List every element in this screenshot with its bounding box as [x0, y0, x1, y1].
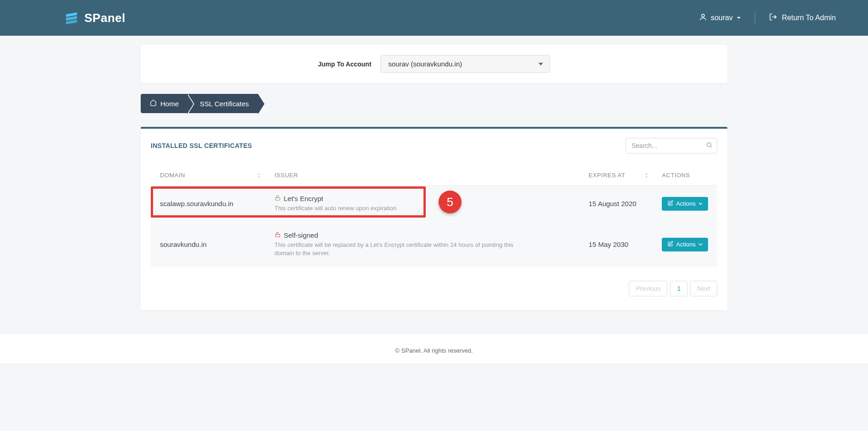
col-actions: ACTIONS	[653, 165, 717, 185]
actions-button[interactable]: Actions	[662, 197, 708, 211]
svg-point-0	[702, 14, 704, 17]
cell-actions: Actions	[653, 222, 717, 267]
header: SPanel sourav Return To Admin	[0, 0, 868, 36]
cell-domain: souravkundu.in	[151, 222, 265, 267]
jump-label: Jump To Account	[318, 60, 372, 68]
pagination: Previous 1 Next	[151, 281, 717, 296]
sort-icon: ▲▼	[258, 172, 261, 178]
cell-actions: Actions	[653, 185, 717, 222]
cell-domain: scalawp.souravkundu.in	[151, 185, 265, 222]
lock-icon	[275, 195, 281, 202]
actions-button[interactable]: Actions	[662, 238, 708, 251]
col-domain[interactable]: DOMAIN ▲▼	[151, 165, 265, 185]
logout-icon	[769, 13, 777, 23]
ssl-certificates-card: INSTALLED SSL CERTIFICATES DOMAIN ▲▼	[141, 127, 727, 310]
svg-rect-4	[275, 197, 280, 200]
cell-expires: 15 August 2020	[579, 185, 653, 222]
username-label: sourav	[711, 14, 733, 22]
footer: © SPanel. All rights reserved.	[0, 333, 868, 363]
brand-logo-icon	[64, 11, 79, 25]
brand[interactable]: SPanel	[64, 11, 126, 25]
svg-rect-5	[275, 235, 280, 237]
cell-issuer: Let's Encrypt This certificate will auto…	[265, 185, 579, 222]
header-right: sourav Return To Admin	[694, 10, 841, 26]
sort-icon: ▲▼	[645, 172, 648, 178]
breadcrumb-current-label: SSL Certificates	[200, 100, 249, 108]
prev-button[interactable]: Previous	[629, 281, 667, 296]
home-icon	[150, 99, 157, 108]
header-divider	[755, 11, 755, 24]
chevron-down-icon	[698, 241, 703, 248]
next-button[interactable]: Next	[690, 281, 717, 296]
account-select[interactable]: sourav (souravkundu.in)	[380, 55, 550, 73]
certificates-table: DOMAIN ▲▼ ISSUER EXPIRES AT ▲▼ ACTIONS	[151, 165, 717, 267]
breadcrumb: Home SSL Certificates	[141, 94, 727, 113]
return-to-admin-link[interactable]: Return To Admin	[764, 10, 841, 26]
breadcrumb-home-label: Home	[160, 100, 179, 108]
chevron-down-icon	[698, 200, 703, 207]
breadcrumb-current[interactable]: SSL Certificates	[187, 94, 258, 113]
brand-name: SPanel	[84, 11, 126, 25]
lock-open-icon	[275, 231, 281, 239]
cell-issuer: Self-signed This certificate will be rep…	[265, 222, 579, 267]
col-expires[interactable]: EXPIRES AT ▲▼	[579, 165, 653, 185]
user-menu[interactable]: sourav	[694, 10, 746, 26]
edit-icon	[667, 200, 673, 207]
breadcrumb-home[interactable]: Home	[141, 94, 187, 113]
jump-to-account-bar: Jump To Account sourav (souravkundu.in)	[141, 45, 727, 83]
table-wrap: DOMAIN ▲▼ ISSUER EXPIRES AT ▲▼ ACTIONS	[141, 165, 727, 267]
return-admin-label: Return To Admin	[782, 14, 836, 22]
page-1-button[interactable]: 1	[670, 281, 687, 296]
search-wrap	[626, 138, 717, 153]
cell-expires: 15 May 2030	[579, 222, 653, 267]
search-icon	[706, 142, 713, 150]
card-header: INSTALLED SSL CERTIFICATES	[141, 129, 727, 158]
chevron-down-icon	[736, 14, 741, 22]
annotation-step-badge: 5	[439, 191, 461, 213]
search-input[interactable]	[626, 138, 717, 153]
col-issuer[interactable]: ISSUER	[265, 165, 579, 185]
svg-line-3	[710, 146, 712, 147]
user-icon	[699, 13, 707, 23]
edit-icon	[667, 241, 673, 248]
table-row: souravkundu.in Self-signed This certific…	[151, 222, 717, 267]
card-title: INSTALLED SSL CERTIFICATES	[151, 142, 252, 149]
svg-point-2	[707, 143, 711, 147]
account-select-value: sourav (souravkundu.in)	[388, 60, 462, 68]
table-row: scalawp.souravkundu.in Let's Encrypt Thi…	[151, 185, 717, 222]
